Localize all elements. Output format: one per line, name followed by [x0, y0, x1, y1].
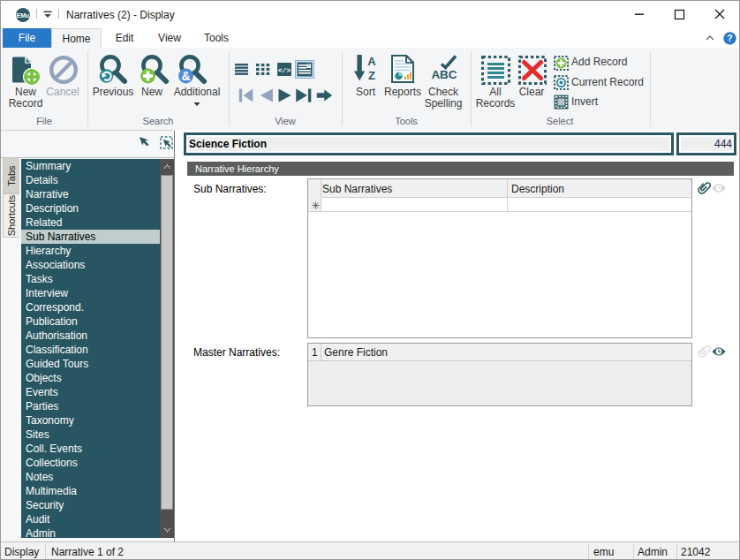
- svg-text:ABC: ABC: [431, 68, 457, 80]
- svg-text:&: &: [181, 69, 190, 83]
- svg-text:A: A: [367, 55, 376, 68]
- svg-text:</>: </>: [278, 66, 291, 74]
- svg-text:EMu: EMu: [17, 12, 30, 19]
- svg-text:?: ?: [727, 33, 732, 43]
- svg-text:Z: Z: [368, 69, 375, 82]
